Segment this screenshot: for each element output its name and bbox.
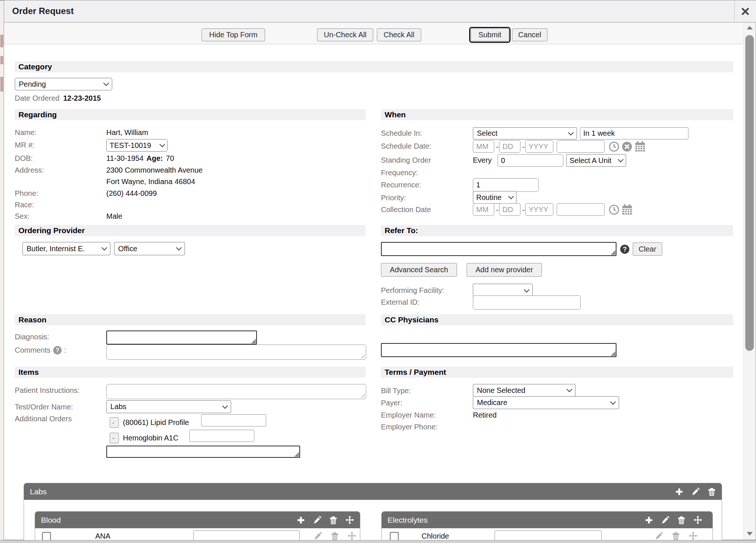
submit-button[interactable]: Submit [471,28,509,41]
add-icon[interactable] [297,516,305,524]
delete-trash-icon[interactable] [331,532,339,540]
collection-date-mm-input[interactable] [473,203,494,216]
move-icon[interactable] [346,516,354,524]
collection-date-clock-icon[interactable] [609,204,619,215]
dob-value: 11-30-1954 [106,154,144,163]
chevron-down-icon [103,80,109,86]
collection-date-calendar-icon[interactable] [622,204,633,215]
diagnosis-input[interactable] [106,331,257,345]
edit-pencil-icon[interactable] [655,532,663,540]
comments-label-row: Comments : [15,346,66,355]
date-ordered-label: Date Ordered [15,94,59,103]
refer-to-input[interactable] [381,242,616,256]
phone-value: (260) 444-0099 [106,189,157,198]
move-icon[interactable] [348,532,356,540]
collection-date-dd-input[interactable] [499,203,520,216]
order-value-input[interactable] [201,414,266,426]
schedule-date-yyyy-input[interactable] [525,140,553,153]
hide-top-form-button[interactable]: Hide Top Form [202,28,265,41]
add-new-provider-button[interactable]: Add new provider [467,263,542,277]
lab-test-checkbox[interactable] [390,532,399,540]
lab-test-checkbox[interactable] [42,532,51,540]
unit-select[interactable]: Select A Unit [566,154,626,167]
additional-orders-textarea[interactable] [106,446,300,458]
delete-trash-icon[interactable] [672,532,680,540]
delete-trash-icon[interactable] [677,516,685,524]
schedule-date-mm-input[interactable] [473,140,494,153]
mr-label: MR #: [15,141,34,149]
schedule-date-time-input[interactable] [557,140,605,153]
clear-button[interactable]: Clear [633,242,662,256]
scroll-up-button[interactable] [744,23,756,33]
labs-panel-title: Labs [30,487,47,496]
move-icon[interactable] [689,532,697,540]
schedule-date-clear-icon[interactable] [622,141,632,152]
scrollbar-thumb[interactable] [745,35,754,351]
delete-trash-icon[interactable] [329,516,337,524]
collection-date-time-input[interactable] [557,203,605,216]
schedule-in-text-input[interactable] [580,127,688,139]
schedule-date-clock-icon[interactable] [609,141,619,152]
add-icon[interactable] [645,516,653,524]
test-order-name-select[interactable]: Labs [106,400,231,413]
remove-order-button[interactable]: - [110,433,119,443]
order-value-input[interactable] [189,430,254,442]
dialog-title: Order Request [12,6,74,16]
provider-location-select[interactable]: Office [114,242,185,255]
comments-textarea[interactable] [106,345,366,360]
edit-pencil-icon[interactable] [313,516,321,524]
triangle-down-icon [746,532,753,536]
order-name: (80061) Lipid Profile [123,418,189,427]
patient-instructions-label: Patient Instructions: [15,386,80,395]
sex-label: Sex: [15,212,30,221]
edit-pencil-icon[interactable] [691,488,700,496]
resize-grip-icon[interactable] [360,393,365,398]
items-section-header: Items [15,367,365,378]
check-all-button[interactable]: Check All [377,28,421,41]
vertical-scrollbar[interactable] [743,23,755,540]
schedule-date-dd-input[interactable] [499,140,520,153]
payer-select[interactable]: Medicare [473,396,619,409]
lab-test-row: Chloride [382,528,712,540]
add-icon[interactable] [675,488,683,496]
ordering-provider-select[interactable]: Butler, Internist E. [23,242,110,255]
move-icon[interactable] [694,516,702,524]
patient-instructions-textarea[interactable] [106,384,366,399]
every-input[interactable] [498,154,563,167]
schedule-date-calendar-icon[interactable] [635,141,646,152]
delete-trash-icon[interactable] [708,488,716,496]
lab-test-value-input[interactable] [193,530,300,540]
schedule-in-select[interactable]: Select [473,127,577,139]
bill-type-select[interactable]: None Selected [473,384,575,397]
recurrence-input[interactable] [473,178,539,192]
resize-grip-icon[interactable] [360,354,365,358]
edit-pencil-icon[interactable] [314,532,322,540]
dialog-toolbar [4,23,743,44]
refer-to-help-icon[interactable] [620,244,630,254]
cancel-button[interactable]: Cancel [512,28,547,41]
remove-order-button[interactable]: - [110,417,119,428]
edit-pencil-icon[interactable] [661,516,669,524]
advanced-search-button[interactable]: Advanced Search [381,263,457,277]
external-id-input[interactable] [473,295,581,309]
sex-value: Male [106,212,122,221]
electrolytes-group-header: Electrolytes [382,512,712,528]
chevron-down-icon [618,157,624,163]
performing-facility-label: Performing Facility: [381,286,444,295]
cc-physicians-input[interactable] [381,343,616,357]
mr-number-select[interactable]: TEST-10019 [106,139,168,152]
scroll-down-button[interactable] [744,529,756,539]
chevron-down-icon [610,399,616,405]
comments-help-icon[interactable] [53,346,62,355]
priority-select[interactable]: Routine [473,191,516,204]
standing-order-label: Standing Order [381,156,431,165]
address-line1: 2300 Commonwealth Avenue [106,166,203,174]
uncheck-all-button[interactable]: Un-Check All [317,28,373,41]
collection-date-yyyy-input[interactable] [525,203,553,216]
lab-test-value-input[interactable] [495,530,602,540]
category-select[interactable]: Pending [15,78,112,90]
phone-label: Phone: [15,189,38,198]
close-button[interactable] [734,0,756,23]
bill-type-label: Bill Type: [381,387,411,395]
triangle-up-icon [746,25,753,30]
